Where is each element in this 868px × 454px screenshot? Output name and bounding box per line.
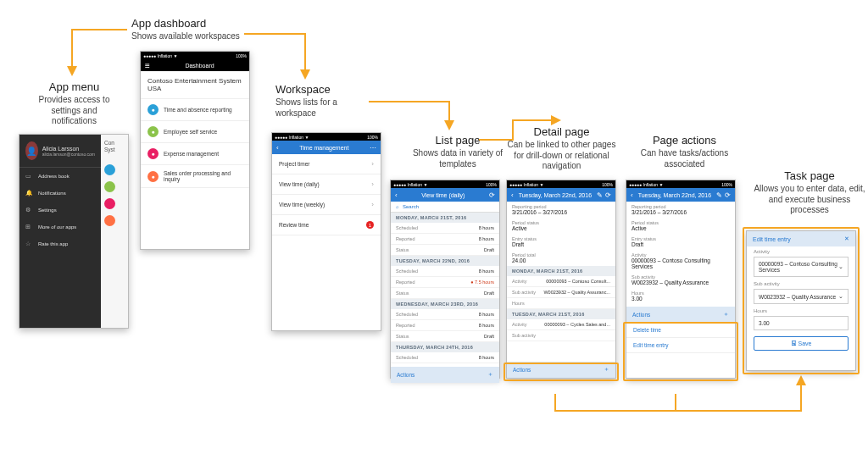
task-header: Edit time entry ✕ [747,231,855,246]
row-key: Scheduled [396,312,418,317]
menu-item-label: Settings [38,208,57,213]
data-row[interactable]: Sub activity [507,330,615,341]
field-label: Activity [626,250,735,257]
label-detail: Detail pageCan be linked to other pages … [504,125,619,172]
plus-icon[interactable]: ＋ [604,366,609,374]
data-row[interactable]: Scheduled8 hours [391,223,499,234]
menu-item[interactable]: ▭Address book [19,168,101,185]
row-value: 8 hours [479,269,494,274]
data-row[interactable]: Sub activityW0023932 – Quality Assuranc.… [507,287,615,298]
page-title: Tuesday, March 22nd, 2016 [636,192,714,198]
task-title: Edit time entry [753,236,791,242]
actions-bar[interactable]: Actions＋ [507,362,615,378]
filter-icon[interactable]: ⋯ [370,144,376,152]
field-label: Entry status [626,234,735,241]
workspace-row[interactable]: View time (daily)› [272,174,381,195]
group-header: MONDAY, MARCH 21ST, 2016 [391,213,499,223]
dashboard-item[interactable]: ●Time and absence reporting [141,99,249,121]
data-row[interactable]: StatusDraft [391,288,499,299]
search-input[interactable]: ⌕ Search [391,202,499,213]
back-icon[interactable]: ‹ [511,191,514,199]
phone-pageactions: ●●●●● Inflation ▼100% ‹ Tuesday, March 2… [626,180,736,379]
group-header: THURSDAY, MARCH 24TH, 2016 [391,342,499,352]
edit-icon[interactable]: ✎ [716,191,722,199]
edit-icon[interactable]: ✎ [597,191,603,199]
count-badge: 1 [366,221,374,229]
form-select[interactable]: W0023932 – Quality Assurance⌄ [754,289,849,304]
workspace-dot-icon [104,215,115,226]
back-icon[interactable]: ‹ [631,191,633,199]
field-label: Reporting period [507,202,615,209]
data-row[interactable]: Reported● 7.5 hours [391,277,499,288]
refresh-icon[interactable]: ⟳ [725,191,731,199]
field-value: 00000093 – Contoso Consulting Services [626,257,735,272]
menu-item[interactable]: 🔔Notifications [19,185,101,202]
label-appmenu: App menuProvides access to settings and … [30,80,119,127]
data-row[interactable]: StatusDraft [391,245,499,256]
chevron-right-icon: › [371,160,374,168]
avatar-icon: 👤 [25,141,38,160]
company-name: Contoso Entertainment System USA [141,71,249,99]
row-value: Draft [484,291,494,296]
form-select[interactable]: 00000093 – Contoso Consulting Services⌄ [754,257,849,277]
data-row[interactable]: Hours [507,298,615,309]
close-icon[interactable]: ✕ [844,235,849,242]
field-value: Active [507,225,615,234]
back-icon[interactable]: ‹ [276,144,279,152]
row-key: Scheduled [396,225,418,230]
field-value: Draft [626,241,735,250]
dashboard-item[interactable]: ●Sales order processing and inquiry [141,165,249,188]
menu-item-label: Rate this app [38,241,68,246]
workspace-row[interactable]: Review time1 [272,215,381,235]
label-listpage: List pageShows data in variety of templa… [403,134,513,169]
row-key: Reported [396,280,415,285]
refresh-icon[interactable]: ⟳ [605,191,611,199]
dashboard-item-label: Time and absence reporting [164,107,232,113]
workspace-row[interactable]: Project timer› [272,154,381,174]
field-value: 3.00 [626,296,735,304]
workspace-header: ‹ Time management ⋯ [272,141,381,154]
status-bar: ●●●●● Inflation ▼100% [391,180,499,188]
data-row[interactable]: Activity00000093 – Contoso Consult... [507,276,615,287]
data-row[interactable]: Reported8 hours [391,320,499,331]
data-row[interactable]: StatusDraft [391,331,499,342]
dashboard-item-label: Sales order processing and inquiry [164,170,242,182]
menu-drawer: 👤 Alicia Larsson alicia.larsson@contoso.… [19,135,101,328]
hamburger-icon[interactable]: ≡ [145,61,154,70]
refresh-icon[interactable]: ⟳ [489,191,495,199]
form-label: Hours [747,306,855,314]
row-key: Activity [512,279,526,284]
workspace-row[interactable]: View time (weekly)› [272,195,381,215]
back-icon[interactable]: ‹ [395,191,398,199]
menu-item[interactable]: ⊞More of our apps [19,219,101,235]
dashboard-item-label: Expense management [164,151,219,157]
menu-item[interactable]: ☆Rate this app [19,235,101,252]
action-link[interactable]: Edit time entry [626,338,735,353]
row-key: Status [396,247,409,252]
actions-bar[interactable]: Actions＋ [391,367,499,383]
workspace-icon: ● [147,171,159,182]
action-link[interactable]: Delete time [626,323,735,338]
status-bar: ●●●●● Inflation ▼100% [507,180,615,188]
data-row[interactable]: Activity00000093 – Cycles Sales and... [507,319,615,330]
label-workspace: WorkspaceShows lists for a workspace [275,83,377,119]
plus-icon[interactable]: ＋ [487,371,493,379]
row-key: Hours [512,301,525,306]
workspace-row-label: View time (weekly) [279,202,325,208]
dashboard-item[interactable]: ●Expense management [141,143,249,165]
data-row[interactable]: Scheduled8 hours [391,309,499,320]
row-key: Scheduled [396,355,418,360]
menu-user[interactable]: 👤 Alicia Larsson alicia.larsson@contoso.… [19,135,101,168]
save-button[interactable]: 🖫 Save [754,336,849,351]
data-row[interactable]: Scheduled8 hours [391,266,499,277]
field-value: W0023932 – Quality Assurance [626,280,735,288]
actions-bar[interactable]: Actions＋ [626,307,735,323]
dashboard-item[interactable]: ●Employee self service [141,121,249,143]
workspace-dot-icon [104,181,115,192]
form-input[interactable]: 3.00 [754,316,849,330]
plus-icon[interactable]: ＋ [723,311,729,318]
menu-item[interactable]: ⚙Settings [19,202,101,219]
nav-title: Dashboard [154,63,245,69]
data-row[interactable]: Scheduled8 hours [391,352,499,363]
data-row[interactable]: Reported8 hours [391,234,499,245]
